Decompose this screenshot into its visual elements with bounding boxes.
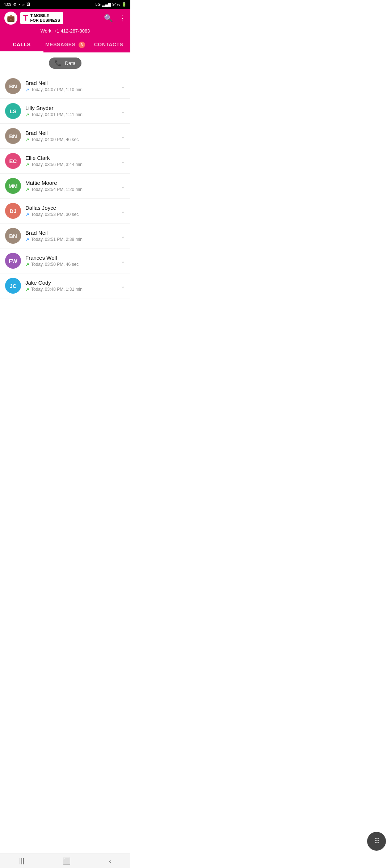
- network-type: 5G: [95, 2, 101, 7]
- call-type-icon: ↗: [25, 112, 29, 118]
- expand-chevron-icon[interactable]: ⌄: [121, 282, 125, 289]
- battery-icon: 🔋: [122, 2, 127, 7]
- call-list: BN Brad Neil ↗ Today, 04:07 PM, 1:10 min…: [0, 74, 130, 327]
- contact-name: Mattie Moore: [25, 180, 116, 186]
- status-bar: 4:09 ⚙ ▪ ∞ 🖼 5G ▂▄▆ 94% 🔋: [0, 0, 130, 9]
- contact-name: Frances Wolf: [25, 255, 116, 261]
- t-letter: T: [23, 14, 28, 22]
- call-type-icon: ↗: [25, 287, 29, 292]
- call-detail: ↗ Today, 04:07 PM, 1:10 min: [25, 87, 116, 93]
- contact-name: Brad Neil: [25, 230, 116, 236]
- contact-avatar: FW: [5, 253, 21, 269]
- call-detail: ↗ Today, 03:54 PM, 1:20 min: [25, 187, 116, 192]
- user-avatar[interactable]: 💼: [4, 12, 17, 25]
- avatar-initials: MM: [9, 183, 18, 189]
- contact-name: Brad Neil: [25, 130, 116, 136]
- tab-messages[interactable]: MESSAGES 3: [43, 37, 87, 52]
- expand-chevron-icon[interactable]: ⌄: [121, 83, 125, 90]
- data-mode-pill[interactable]: 📞 Data: [49, 58, 81, 69]
- header-top: 💼 T T-MOBILE FOR BUSINESS 🔍 ⋮: [4, 12, 126, 25]
- contact-avatar: EC: [5, 153, 21, 169]
- call-list-item[interactable]: LS Lilly Snyder ↗ Today, 04:01 PM, 1:41 …: [0, 99, 130, 124]
- call-list-item[interactable]: JC Jake Cody ↗ Today, 03:48 PM, 1:31 min…: [0, 273, 130, 298]
- messages-badge: 3: [79, 42, 85, 48]
- signal-icon: ▂▄▆: [102, 2, 111, 7]
- call-info: Frances Wolf ↗ Today, 03:50 PM, 46 sec: [25, 255, 116, 267]
- call-detail: ↗ Today, 03:51 PM, 2:38 min: [25, 237, 116, 242]
- call-time: Today, 03:50 PM, 46 sec: [31, 262, 79, 267]
- call-list-item[interactable]: BN Brad Neil ↗ Today, 04:07 PM, 1:10 min…: [0, 74, 130, 99]
- contact-name: Dallas Joyce: [25, 205, 116, 211]
- call-detail: ↗ Today, 04:01 PM, 1:41 min: [25, 112, 116, 118]
- status-left: 4:09 ⚙ ▪ ∞ 🖼: [4, 2, 30, 7]
- logo-text: T-MOBILE FOR BUSINESS: [30, 13, 60, 23]
- contact-name: Brad Neil: [25, 80, 116, 86]
- call-list-item[interactable]: FW Frances Wolf ↗ Today, 03:50 PM, 46 se…: [0, 248, 130, 273]
- briefcase-icon: 💼: [7, 14, 15, 22]
- call-time: Today, 03:53 PM, 30 sec: [31, 212, 79, 217]
- logo-area: 💼 T T-MOBILE FOR BUSINESS: [4, 12, 63, 25]
- call-info: Brad Neil ↗ Today, 04:07 PM, 1:10 min: [25, 80, 116, 93]
- header-actions: 🔍 ⋮: [104, 14, 126, 22]
- call-list-item[interactable]: MM Mattie Moore ↗ Today, 03:54 PM, 1:20 …: [0, 174, 130, 199]
- expand-chevron-icon[interactable]: ⌄: [121, 108, 125, 115]
- expand-chevron-icon[interactable]: ⌄: [121, 158, 125, 165]
- tab-messages-label: MESSAGES: [45, 42, 75, 47]
- avatar-initials: FW: [9, 258, 17, 264]
- expand-chevron-icon[interactable]: ⌄: [121, 208, 125, 214]
- contact-avatar: DJ: [5, 203, 21, 219]
- avatar-initials: LS: [9, 108, 16, 114]
- expand-chevron-icon[interactable]: ⌄: [121, 183, 125, 190]
- call-detail: ↗ Today, 03:53 PM, 30 sec: [25, 212, 116, 217]
- sim-icon: ▪: [18, 2, 20, 7]
- call-time: Today, 04:01 PM, 1:41 min: [31, 112, 83, 117]
- tmobile-logo: T T-MOBILE FOR BUSINESS: [20, 12, 63, 24]
- data-call-icon: 📞: [55, 60, 62, 67]
- call-list-item[interactable]: DJ Dallas Joyce ↗ Today, 03:53 PM, 30 se…: [0, 199, 130, 224]
- call-type-icon: ↗: [25, 137, 29, 142]
- call-detail: ↗ Today, 04:00 PM, 46 sec: [25, 137, 116, 142]
- app-header: 💼 T T-MOBILE FOR BUSINESS 🔍 ⋮ Work: +1 4…: [0, 9, 130, 37]
- tab-calls-label: CALLS: [13, 42, 30, 47]
- more-options-icon[interactable]: ⋮: [119, 14, 126, 22]
- avatar-initials: BN: [9, 133, 17, 139]
- contact-avatar: LS: [5, 103, 21, 119]
- call-info: Brad Neil ↗ Today, 03:51 PM, 2:38 min: [25, 230, 116, 242]
- call-type-icon: ↗: [25, 187, 29, 192]
- call-info: Brad Neil ↗ Today, 04:00 PM, 46 sec: [25, 130, 116, 142]
- contact-name: Ellie Clark: [25, 155, 116, 161]
- voicemail-icon: ∞: [22, 2, 25, 7]
- avatar-initials: BN: [9, 83, 17, 89]
- contact-avatar: BN: [5, 128, 21, 144]
- call-list-item[interactable]: BN Brad Neil ↗ Today, 03:51 PM, 2:38 min…: [0, 224, 130, 248]
- tab-calls[interactable]: CALLS: [0, 37, 43, 52]
- call-info: Lilly Snyder ↗ Today, 04:01 PM, 1:41 min: [25, 105, 116, 118]
- call-info: Dallas Joyce ↗ Today, 03:53 PM, 30 sec: [25, 205, 116, 217]
- call-time: Today, 03:54 PM, 1:20 min: [31, 187, 83, 192]
- call-type-icon: ↗: [25, 162, 29, 167]
- call-info: Mattie Moore ↗ Today, 03:54 PM, 1:20 min: [25, 180, 116, 192]
- avatar-initials: JC: [9, 283, 16, 289]
- call-time: Today, 03:56 PM, 3:44 min: [31, 162, 83, 167]
- avatar-initials: DJ: [9, 208, 16, 214]
- contact-avatar: MM: [5, 178, 21, 194]
- contact-avatar: BN: [5, 228, 21, 244]
- avatar-initials: BN: [9, 233, 17, 239]
- call-list-item[interactable]: EC Ellie Clark ↗ Today, 03:56 PM, 3:44 m…: [0, 149, 130, 174]
- call-detail: ↗ Today, 03:48 PM, 1:31 min: [25, 287, 116, 292]
- contact-avatar: BN: [5, 78, 21, 94]
- call-list-item[interactable]: BN Brad Neil ↗ Today, 04:00 PM, 46 sec ⌄: [0, 124, 130, 149]
- battery-level: 94%: [112, 2, 120, 7]
- call-type-icon: ↗: [25, 262, 29, 267]
- expand-chevron-icon[interactable]: ⌄: [121, 133, 125, 140]
- call-info: Ellie Clark ↗ Today, 03:56 PM, 3:44 min: [25, 155, 116, 167]
- tab-bar: CALLS MESSAGES 3 CONTACTS: [0, 37, 130, 52]
- expand-chevron-icon[interactable]: ⌄: [121, 258, 125, 264]
- tab-contacts[interactable]: CONTACTS: [87, 37, 130, 52]
- work-number: Work: +1 412-287-8083: [4, 27, 126, 37]
- call-time: Today, 03:51 PM, 2:38 min: [31, 237, 83, 242]
- data-pill-label: Data: [65, 60, 76, 66]
- call-info: Jake Cody ↗ Today, 03:48 PM, 1:31 min: [25, 280, 116, 292]
- search-icon[interactable]: 🔍: [104, 14, 113, 22]
- expand-chevron-icon[interactable]: ⌄: [121, 233, 125, 239]
